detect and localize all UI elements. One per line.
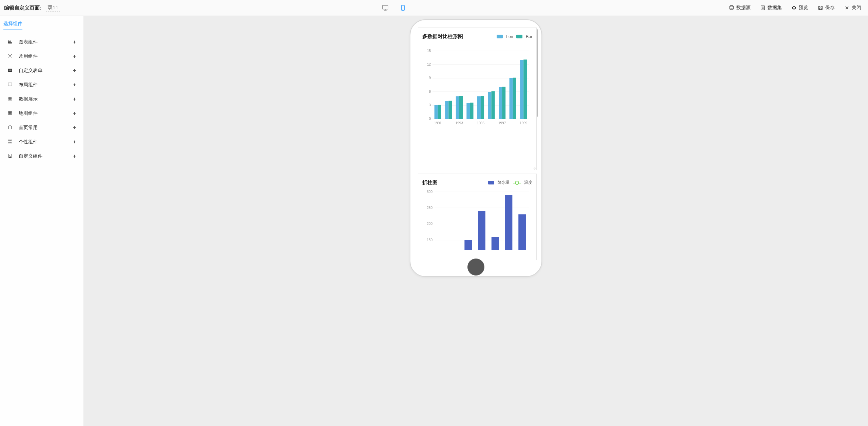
device-mobile-button[interactable] bbox=[399, 4, 407, 12]
preview-button[interactable]: 预览 bbox=[791, 5, 808, 11]
chart-icon bbox=[7, 39, 13, 45]
svg-rect-16 bbox=[10, 41, 11, 43]
chart-body: 0369121519911993199519971999 bbox=[422, 42, 532, 131]
svg-text:6: 6 bbox=[429, 90, 431, 93]
home-icon bbox=[7, 125, 13, 131]
svg-rect-23 bbox=[8, 83, 12, 86]
sidebar-item-label: 图表组件 bbox=[19, 39, 38, 45]
svg-rect-22 bbox=[11, 70, 11, 71]
svg-rect-68 bbox=[523, 59, 527, 119]
svg-text:0: 0 bbox=[429, 117, 431, 121]
svg-rect-55 bbox=[456, 96, 459, 119]
sidebar-item-2[interactable]: 自定义表单+ bbox=[0, 64, 84, 78]
expand-icon: + bbox=[73, 53, 76, 59]
sidebar-item-label: 自定义组件 bbox=[19, 153, 42, 159]
legend-swatch-precip[interactable] bbox=[488, 181, 494, 184]
svg-rect-15 bbox=[9, 42, 10, 43]
legend-line-temp[interactable] bbox=[513, 181, 521, 184]
svg-rect-20 bbox=[9, 70, 10, 71]
sidebar-item-label: 首页常用 bbox=[19, 125, 38, 131]
svg-rect-67 bbox=[520, 60, 523, 119]
sidebar-item-label: 常用组件 bbox=[19, 53, 38, 59]
topbar-actions: 数据源 数据集 预览 保存 关闭 bbox=[729, 5, 864, 11]
svg-rect-37 bbox=[11, 142, 12, 143]
legend-swatch-lon[interactable] bbox=[497, 35, 503, 38]
chart-body: 150200250300 bbox=[422, 189, 532, 250]
dataset-label: 数据集 bbox=[768, 5, 782, 11]
sidebar-item-4[interactable]: 数据展示+ bbox=[0, 92, 84, 106]
svg-rect-64 bbox=[502, 87, 505, 119]
expand-icon: + bbox=[73, 39, 76, 45]
sidebar-item-label: 个性组件 bbox=[19, 139, 38, 145]
svg-rect-0 bbox=[383, 5, 388, 9]
custom-icon bbox=[7, 153, 13, 159]
svg-rect-65 bbox=[510, 78, 513, 119]
sidebar-item-8[interactable]: 自定义组件+ bbox=[0, 149, 84, 163]
sidebar-item-label: 地图组件 bbox=[19, 110, 38, 117]
svg-rect-57 bbox=[466, 103, 470, 119]
svg-rect-86 bbox=[518, 214, 526, 250]
grid-icon bbox=[7, 96, 13, 102]
expand-icon: + bbox=[73, 153, 76, 159]
svg-rect-58 bbox=[470, 103, 473, 119]
save-button[interactable]: 保存 bbox=[818, 5, 835, 11]
resize-handle[interactable] bbox=[532, 166, 536, 169]
chart-card-bar-line[interactable]: 折柱图 降水量 温度 150200250300 bbox=[418, 174, 537, 260]
chart-title: 多数据对比柱形图 bbox=[422, 33, 463, 40]
close-icon bbox=[844, 5, 850, 11]
svg-rect-52 bbox=[438, 105, 441, 119]
sidebar-item-label: 数据展示 bbox=[19, 96, 38, 102]
chart-card-grouped-bar[interactable]: 多数据对比柱形图 Lon Bor 03691215199119931995199… bbox=[418, 28, 537, 170]
datasource-label: 数据源 bbox=[736, 5, 751, 11]
sidebar: 选择组件 图表组件+常用组件+自定义表单+布局组件+数据展示+地图组件+首页常用… bbox=[0, 16, 84, 426]
svg-point-10 bbox=[794, 7, 795, 8]
sidebar-item-3[interactable]: 布局组件+ bbox=[0, 78, 84, 92]
svg-text:1995: 1995 bbox=[477, 121, 485, 125]
svg-rect-60 bbox=[481, 96, 484, 119]
legend-label-bor: Bor bbox=[526, 34, 532, 39]
svg-rect-82 bbox=[464, 240, 472, 250]
svg-point-5 bbox=[730, 5, 734, 7]
svg-rect-56 bbox=[459, 96, 463, 119]
sidebar-tab[interactable]: 选择组件 bbox=[3, 21, 22, 30]
close-button[interactable]: 关闭 bbox=[844, 5, 861, 11]
phone-screen[interactable]: 多数据对比柱形图 Lon Bor 03691215199119931995199… bbox=[418, 28, 538, 260]
svg-rect-36 bbox=[8, 142, 10, 143]
phone-frame: 多数据对比柱形图 Lon Bor 03691215199119931995199… bbox=[410, 19, 542, 277]
svg-rect-24 bbox=[8, 97, 12, 100]
svg-text:200: 200 bbox=[427, 222, 432, 226]
legend: 降水量 温度 bbox=[488, 180, 532, 185]
mobile-icon bbox=[400, 4, 406, 11]
close-label: 关闭 bbox=[852, 5, 861, 11]
datasource-button[interactable]: 数据源 bbox=[729, 5, 751, 11]
sidebar-item-1[interactable]: 常用组件+ bbox=[0, 49, 84, 64]
svg-rect-85 bbox=[505, 195, 513, 250]
expand-icon: + bbox=[73, 96, 76, 102]
database-icon bbox=[729, 5, 734, 11]
legend-swatch-bor[interactable] bbox=[516, 35, 522, 38]
editor-title: 编辑自定义页面: bbox=[4, 5, 41, 11]
sidebar-item-7[interactable]: 个性组件+ bbox=[0, 135, 84, 149]
svg-rect-12 bbox=[819, 8, 821, 10]
list-icon bbox=[760, 5, 765, 11]
phone-home-button[interactable] bbox=[467, 259, 484, 276]
device-desktop-button[interactable] bbox=[381, 4, 389, 12]
svg-text:1997: 1997 bbox=[498, 121, 506, 125]
svg-rect-61 bbox=[488, 92, 491, 119]
sidebar-item-0[interactable]: 图表组件+ bbox=[0, 35, 84, 49]
layout-icon bbox=[7, 82, 13, 88]
expand-icon: + bbox=[73, 125, 76, 131]
gear-icon bbox=[7, 53, 13, 59]
page-name-input[interactable]: 双11 bbox=[46, 4, 60, 12]
preview-label: 预览 bbox=[799, 5, 808, 11]
sidebar-item-5[interactable]: 地图组件+ bbox=[0, 106, 84, 121]
sidebar-item-6[interactable]: 首页常用+ bbox=[0, 121, 84, 135]
topbar-left: 编辑自定义页面: 双11 bbox=[4, 4, 60, 12]
bar-chart-svg: 0369121519911993199519971999 bbox=[422, 42, 531, 131]
dataset-button[interactable]: 数据集 bbox=[760, 5, 782, 11]
save-icon bbox=[818, 5, 823, 11]
svg-rect-84 bbox=[492, 237, 499, 250]
workspace: 选择组件 图表组件+常用组件+自定义表单+布局组件+数据展示+地图组件+首页常用… bbox=[0, 16, 868, 426]
svg-text:250: 250 bbox=[427, 206, 432, 210]
expand-icon: + bbox=[73, 82, 76, 88]
